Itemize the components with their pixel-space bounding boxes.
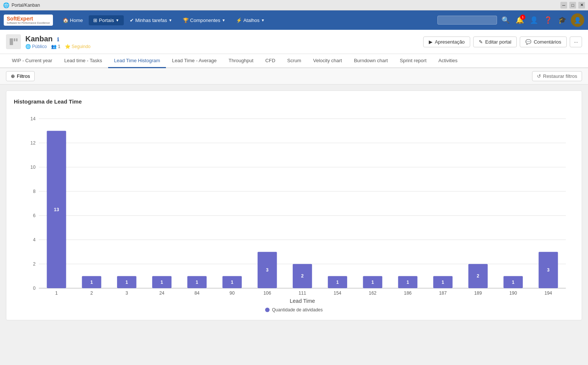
svg-text:194: 194 (544, 291, 552, 296)
nav-minhas-tarefas[interactable]: ✔ Minhas tarefas ▼ (125, 15, 177, 25)
tab-sprint-report[interactable]: Sprint report (394, 54, 433, 68)
legend-label: Quantidade de atividades (272, 307, 323, 312)
chart-container: 0246810121413112131241841903106211111541… (14, 111, 574, 304)
nav-home[interactable]: 🏠 Home (58, 15, 88, 25)
svg-text:90: 90 (230, 291, 235, 296)
page-title-area: Kanban ℹ 🌐 Público 👥 1 ⭐ Seguindo (25, 35, 91, 49)
svg-text:1: 1 (231, 280, 233, 285)
page-title: Kanban ℹ (25, 35, 91, 43)
minimize-button[interactable]: ─ (560, 2, 567, 9)
title-bar-title: Portal/Kanban (12, 3, 560, 8)
chart-area: Histograma de Lead Time 0246810121413112… (6, 91, 582, 320)
plus-icon: ⊕ (11, 73, 15, 79)
tab-lead-time-tasks[interactable]: Lead time - Tasks (58, 54, 108, 68)
svg-text:84: 84 (194, 291, 199, 296)
nav-atalhos[interactable]: ⚡ Atalhos ▼ (232, 15, 269, 25)
filter-button[interactable]: ⊕ Filtros (6, 71, 35, 81)
svg-text:2: 2 (477, 274, 479, 279)
svg-text:8: 8 (33, 189, 35, 194)
svg-rect-0 (10, 38, 13, 45)
svg-text:111: 111 (299, 291, 306, 296)
svg-rect-1 (14, 38, 15, 41)
svg-text:187: 187 (439, 291, 447, 296)
notification-badge: 1 (520, 15, 525, 20)
svg-text:162: 162 (369, 291, 377, 296)
following-badge: ⭐ Seguindo (65, 44, 91, 49)
user-menu-button[interactable]: 👤 (528, 15, 540, 26)
svg-text:1: 1 (90, 280, 93, 285)
svg-text:2: 2 (301, 274, 304, 279)
top-nav: SoftExpert Software for Performance Exce… (0, 10, 588, 30)
restore-filters-button[interactable]: ↺ Restaurar filtros (532, 71, 582, 81)
svg-text:189: 189 (474, 291, 482, 296)
atalhos-caret: ▼ (261, 18, 265, 22)
legend-dot (265, 308, 270, 312)
svg-text:1: 1 (125, 280, 128, 285)
svg-text:2: 2 (90, 291, 93, 296)
nav-portais[interactable]: ⊞ Portais ▼ (89, 15, 123, 25)
nav-componentes[interactable]: 🏆 Componentes ▼ (178, 15, 230, 25)
svg-rect-2 (16, 38, 18, 41)
tab-velocity-chart[interactable]: Velocity chart (307, 54, 348, 68)
svg-text:1: 1 (336, 280, 339, 285)
tab-wip-current-year[interactable]: WIP - Current year (6, 54, 58, 68)
svg-text:12: 12 (31, 140, 36, 146)
chart-title: Histograma de Lead Time (14, 98, 574, 105)
tab-lead-time-histogram[interactable]: Lead Time Histogram (108, 54, 166, 68)
logo-subtitle: Software for Performance Excellence (7, 22, 50, 24)
svg-text:4: 4 (33, 237, 35, 242)
header-actions: ▶ Apresentação ✎ Editar portal 💬 Comentá… (423, 36, 582, 47)
nav-right: 🔍 🔔 1 👤 ❓ 🎓 👤 (437, 13, 584, 27)
visibility-badge: 🌐 Público (25, 44, 47, 49)
tab-cfd[interactable]: CFD (260, 54, 282, 68)
graduation-button[interactable]: 🎓 (557, 15, 568, 26)
portais-caret: ▼ (116, 18, 119, 22)
logo-name: SoftExpert (7, 16, 33, 22)
svg-text:1: 1 (406, 280, 409, 285)
bar-chart-svg: 0246810121413112131241841903106211111541… (14, 111, 574, 304)
tab-scrum[interactable]: Scrum (281, 54, 307, 68)
svg-text:1: 1 (371, 280, 374, 285)
apresentacao-button[interactable]: ▶ Apresentação (423, 36, 470, 47)
svg-text:1: 1 (161, 280, 163, 285)
tabs-bar: WIP - Current year Lead time - Tasks Lea… (0, 54, 588, 68)
title-bar: 🌐 Portal/Kanban ─ □ ✕ (0, 0, 588, 10)
tab-burndown-chart[interactable]: Burndown chart (348, 54, 394, 68)
svg-text:Lead Time: Lead Time (290, 298, 315, 304)
chart-legend: Quantidade de atividades (14, 307, 574, 312)
close-button[interactable]: ✕ (578, 2, 585, 9)
svg-text:190: 190 (509, 291, 517, 296)
tab-lead-time-average[interactable]: Lead Time - Average (166, 54, 223, 68)
help-button[interactable]: ❓ (543, 15, 554, 26)
svg-text:106: 106 (263, 291, 271, 296)
maximize-button[interactable]: □ (569, 2, 576, 9)
svg-text:3: 3 (547, 267, 550, 273)
comentarios-button[interactable]: 💬 Comentários (520, 36, 567, 47)
avatar[interactable]: 👤 (571, 13, 584, 27)
svg-text:0: 0 (33, 286, 35, 291)
search-button[interactable]: 🔍 (500, 15, 511, 26)
svg-text:1: 1 (512, 280, 515, 285)
tarefas-caret: ▼ (169, 18, 172, 22)
svg-text:1: 1 (196, 280, 198, 285)
svg-text:14: 14 (31, 116, 36, 121)
more-options-button[interactable]: ··· (570, 36, 582, 47)
svg-text:1: 1 (441, 280, 444, 285)
svg-text:186: 186 (404, 291, 412, 296)
tab-activities[interactable]: Activities (433, 54, 463, 68)
page-meta: 🌐 Público 👥 1 ⭐ Seguindo (25, 44, 91, 49)
svg-text:13: 13 (54, 207, 59, 212)
page-icon (6, 34, 21, 49)
notifications-button[interactable]: 🔔 1 (514, 15, 525, 26)
search-input[interactable] (437, 16, 497, 25)
restore-icon: ↺ (537, 73, 541, 79)
title-bar-controls: ─ □ ✕ (560, 2, 585, 9)
logo: SoftExpert Software for Performance Exce… (4, 15, 53, 26)
toolbar: ⊕ Filtros ↺ Restaurar filtros (0, 68, 588, 85)
tab-throughput[interactable]: Throughput (223, 54, 260, 68)
componentes-caret: ▼ (222, 18, 226, 22)
editar-portal-button[interactable]: ✎ Editar portal (473, 36, 517, 47)
members-count: 👥 1 (51, 44, 60, 49)
svg-text:2: 2 (33, 261, 35, 267)
page-header: Kanban ℹ 🌐 Público 👥 1 ⭐ Seguindo ▶ Apre… (0, 30, 588, 54)
